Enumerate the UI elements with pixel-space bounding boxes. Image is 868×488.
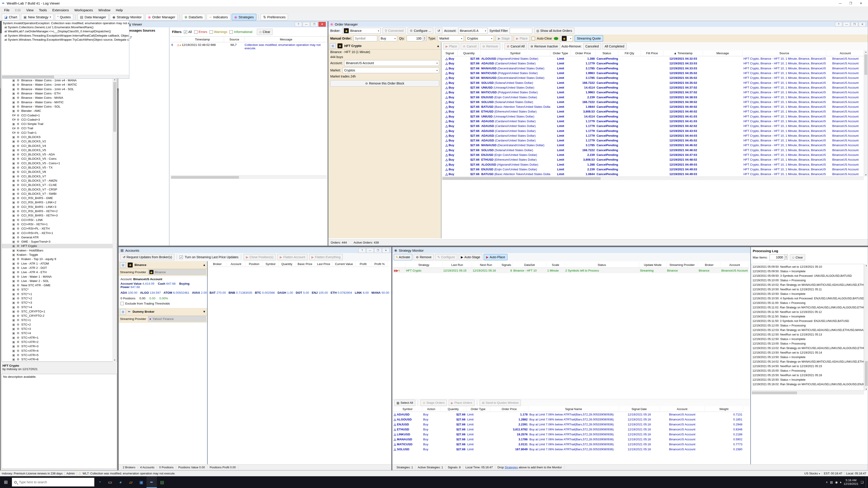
order-row[interactable]: △ Buy$27.66ADAUSD (Cardano/United States… [442, 138, 865, 143]
orders-col-header[interactable]: Order Price [571, 51, 596, 56]
toolbar-indicators-button[interactable]: ∼Indicators [207, 14, 230, 20]
order-row[interactable]: △ Buy$27.66MANAUSD (Decentraland/United … [442, 143, 865, 148]
remove-order-block-button[interactable]: ⊖Remove this Order Block [330, 80, 439, 87]
orders-col-header[interactable]: ▲ Timestamp [663, 51, 703, 56]
stage-button[interactable]: ▶Stage [496, 35, 512, 41]
order-row[interactable]: △ Buy$27.66ENJUSD (Enjin Coin/United Sta… [442, 153, 865, 157]
notification-center-icon[interactable]: ❑ [861, 480, 864, 484]
stack-hscrollbar[interactable] [2, 75, 129, 78]
filter-all-checkbox[interactable]: ✓ [184, 30, 187, 34]
block-account-select[interactable]: BinanceUS Account▾ [344, 60, 439, 66]
strategy-item[interactable]: ▣⚙CCI_RSI_BARS - LINK+2 [2, 200, 117, 204]
strategy-item[interactable]: ▣⚙CCI_BLOCKS_V2 [2, 139, 117, 143]
block-visibility-toggle[interactable]: ◎ [330, 43, 336, 48]
menu-item-help[interactable]: Help [113, 7, 125, 13]
minimize-button[interactable]: — [303, 22, 310, 27]
strategy-item[interactable]: ▣⚙CCI Simple Trail [2, 122, 117, 126]
strategy-item[interactable]: ▣⚙Live - ATR 4 - ETH [2, 270, 117, 274]
orders-col-header[interactable]: Order Type [550, 51, 571, 56]
strategy-item[interactable]: ▣⚙Live - ATR 2 - DOT [2, 266, 117, 270]
strategy-item[interactable]: ▣⚙STC+2 [2, 322, 117, 327]
log-viewer-titlebar[interactable]: ▤ Log Viewer ? — ❐ ✕ [119, 21, 328, 27]
remove-strategy-button[interactable]: ⊖Remove [414, 254, 434, 260]
flatten-everything-button[interactable]: ▶Flatten Everything [309, 254, 343, 260]
max-items-stepper[interactable]: ▲▼ [784, 254, 788, 260]
order-row[interactable]: △ Buy$27.66MANAUSD (Decentraland/United … [442, 66, 865, 71]
signal-row[interactable]: △ MANAUSDBuy$27.66Limit3.1786Buy at Limi… [393, 437, 743, 442]
strategy-item[interactable]: ▣⚙General ATR [2, 235, 117, 239]
order-row[interactable]: △ Buy$27.66ALGOUSD (Algorand/United Stat… [442, 56, 865, 61]
order-row[interactable]: △ Buy$27.66ENJUSD (Enjin Coin/United Sta… [442, 167, 865, 172]
positions-col-header[interactable]: Broker [209, 261, 226, 267]
strategy-item[interactable]: ▣⚙CCI_BLOCKS_V5 - ADA [2, 152, 117, 157]
signals-col-header[interactable]: Signal Date [619, 406, 659, 412]
processing-log-lines[interactable]: 12/19/2021 05:09:50: NextRun set to 12/1… [751, 264, 864, 390]
strategy-item[interactable]: ▣⚙CCI_BLOCKS_V5 - Coins [2, 157, 117, 161]
toolbar-order-manager-button[interactable]: ◉Order Manager [145, 14, 178, 20]
positions-col-header[interactable]: Basic Price [296, 261, 315, 267]
strategy-item[interactable]: ▣⚙STC*+3 [2, 300, 117, 305]
monitor-col-header[interactable]: Update Mode [639, 262, 666, 267]
close-positions-button[interactable]: ▶Close Position(s) [244, 254, 276, 260]
signal-row[interactable]: △ MATICUSDBuy$27.66Limit2.0131Buy at Lim… [393, 442, 743, 447]
streaming-quote-button[interactable]: Streaming Quote [575, 35, 603, 41]
monitor-col-header[interactable]: Broker [698, 262, 721, 267]
order-row[interactable]: △ Buy$27.66MANAUSD (Decentraland/United … [442, 75, 865, 80]
order-row[interactable]: △ Buy$27.66ADAUSD (Cardano/United States… [442, 124, 865, 128]
edge-icon[interactable]: ◕ [115, 476, 126, 488]
strategy-item[interactable]: ▣⚙CCI_BLOCKS_V6 [2, 170, 117, 174]
toolbar-chart-button[interactable]: ◪Chart [2, 14, 20, 20]
orders-col-header[interactable]: Account [826, 51, 865, 56]
close-button[interactable]: ✕ [382, 248, 390, 253]
strategy-item[interactable]: ▣⚙Binance - Water Coins - 1min v4 - SOL [2, 87, 117, 91]
order-row[interactable]: △ Buy$27.66ETHUSD (Ethereum/United State… [442, 157, 865, 162]
orders-col-header[interactable]: Quantity [458, 51, 480, 56]
toolbar-strategies-button[interactable]: ◉Strategies [232, 14, 256, 20]
order-row[interactable]: △ Buy$27.66ENJUSD (Enjin Coin/United Sta… [442, 95, 865, 99]
toolbar-strategy-monitor-button[interactable]: ◉Strategy Monitor [110, 14, 144, 20]
strategy-item[interactable]: ▣⚙Blender - AMC [2, 109, 117, 113]
cortana-button[interactable]: ◔ [94, 476, 105, 488]
orders-col-header[interactable]: Fill Price [641, 51, 663, 56]
order-row[interactable]: △ Buy$27.66ETHUSD (Ethereum/United State… [442, 109, 865, 114]
strategy-item[interactable]: ▣⚙CCI_RSI_BARS - XETH+3 [2, 213, 117, 218]
strategy-item[interactable]: ▣⚙New STC ATR - GME [2, 283, 117, 287]
refresh-button[interactable]: ↺ [435, 28, 442, 34]
menu-item-view[interactable]: View [24, 7, 36, 13]
wealthlab-taskbar-icon[interactable]: ✒ [147, 476, 157, 488]
strategy-item[interactable]: C#⚙CCI Coded+3 [2, 118, 117, 122]
orders-col-header[interactable]: Signal [442, 51, 458, 56]
signal-row[interactable]: △ LINKUSDBuy$27.66Limit18.2576Buy at Lim… [393, 432, 743, 437]
log-hscrollbar[interactable] [170, 175, 327, 179]
signal-row[interactable]: △ ALGOUSDBuy$27.66Limit1.2882Buy at Limi… [393, 417, 743, 422]
visibility-toggle[interactable]: ◎ [120, 262, 126, 268]
strategy-item[interactable]: ▣⚙STC_CRYPTO-2 [2, 314, 117, 318]
place-button[interactable]: ▶Place [514, 35, 530, 41]
qty-stepper[interactable]: ▲▼ [423, 35, 427, 41]
order-row[interactable]: △ Buy$27.66SOLUSD (Solana/United States … [442, 148, 865, 153]
order-type-select[interactable]: Market▾ [438, 35, 464, 41]
signals-col-header[interactable]: Order Type [466, 406, 490, 412]
account-select[interactable]: BinanceUS A▾ [458, 28, 488, 34]
strategy-item[interactable]: ▣⚙STC*+4 [2, 305, 117, 309]
maximize-button[interactable]: ❐ [374, 248, 381, 253]
monitor-col-header[interactable]: Status [565, 262, 639, 267]
strategy-item[interactable]: ▣⚙STC+ATR+6 [2, 357, 117, 361]
strategy-item[interactable]: C#⚙CCI Trail+1 [2, 131, 117, 135]
store-icon[interactable]: ▣ [136, 476, 147, 488]
close-button[interactable]: ✕ [859, 22, 866, 27]
log-col-source[interactable]: Source [224, 37, 245, 42]
maximize-button[interactable]: ❐ [845, 0, 856, 6]
strategy-item[interactable]: C#⚙CCI Coded+1 [2, 113, 117, 117]
menu-item-workspaces[interactable]: Workspaces [72, 7, 96, 13]
configure-strategy-button[interactable]: ✎Configure [435, 254, 457, 260]
flatten-account-button[interactable]: ▶Flatten Account [277, 254, 307, 260]
order-row[interactable]: △ Buy$27.66ADAUSD (Cardano/United States… [442, 133, 865, 138]
accounts-titlebar[interactable]: ▦ Accounts ? — ❐ ✕ [119, 247, 391, 254]
signals-col-header[interactable]: Account [659, 406, 705, 412]
strategies-tree-scrollbar[interactable]: ▲▼ [113, 78, 116, 362]
auto-place-button[interactable]: ▶Auto-Place [484, 254, 507, 260]
help-button[interactable]: ? [359, 248, 366, 253]
orders-col-header[interactable]: Fill Qty [618, 51, 641, 56]
positions-col-header[interactable]: Quantity [278, 261, 296, 267]
